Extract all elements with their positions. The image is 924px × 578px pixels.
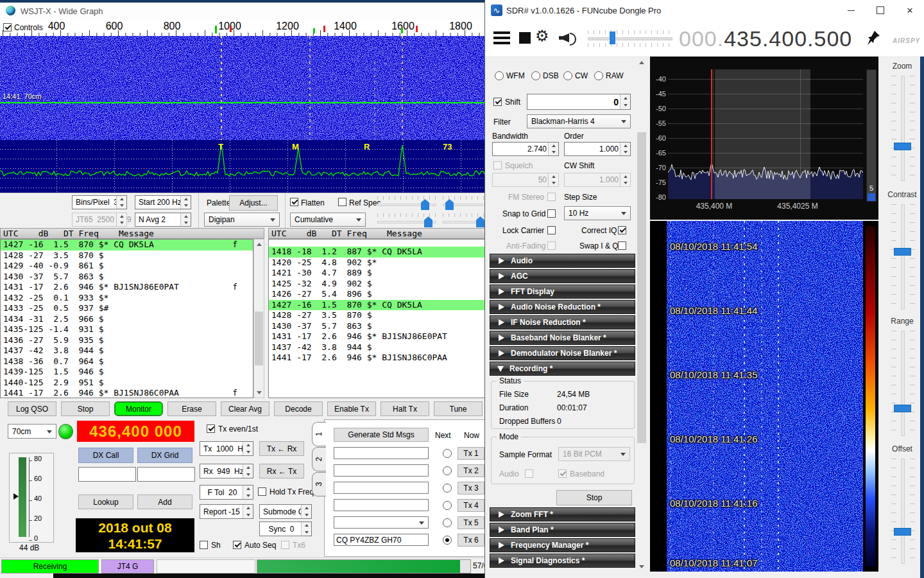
offset-slider-handle[interactable] bbox=[894, 528, 911, 536]
volume-slider[interactable] bbox=[588, 34, 671, 43]
panel-signal-diagnostics-[interactable]: Signal Diagnostics * bbox=[490, 554, 635, 568]
range-slider-track[interactable] bbox=[901, 331, 905, 436]
tx-now-button-2[interactable]: Tx 2 bbox=[458, 464, 484, 477]
decode-row[interactable]: 1430 -37 5.7 863 $ bbox=[269, 321, 484, 332]
tx-next-radio-6[interactable] bbox=[443, 536, 452, 545]
ref-spec-checkbox[interactable] bbox=[338, 198, 346, 206]
tx-next-radio-3[interactable] bbox=[443, 484, 452, 493]
zoom-slider-track[interactable] bbox=[901, 76, 905, 181]
decode-row[interactable]: 1427 -16 1.5 870 $* CQ DK5LAf bbox=[1, 240, 253, 250]
spectrum-display[interactable]: -40-45-50-55-60-65-70-75-80 435,400 M435… bbox=[650, 57, 878, 220]
tx-now-button-5[interactable]: Tx 5 bbox=[458, 516, 484, 529]
gain2-slider-handle[interactable] bbox=[424, 216, 432, 227]
decode-row[interactable]: 1437 -42 3.8 944 $ bbox=[1, 346, 253, 356]
correct-iq-checkbox[interactable] bbox=[618, 226, 626, 234]
zoom-slider-handle[interactable] bbox=[894, 143, 911, 150]
swap-iq-checkbox[interactable] bbox=[618, 241, 626, 250]
offset-slider-track[interactable] bbox=[901, 459, 905, 564]
order-spinner[interactable]: 1.000 bbox=[564, 142, 631, 156]
panel-demodulator-noise-blanker-[interactable]: Demodulator Noise Blanker * bbox=[490, 346, 635, 360]
panel-fft-display[interactable]: FFT Display bbox=[490, 285, 635, 299]
palette-select[interactable]: Digipan bbox=[204, 213, 280, 227]
decode-row[interactable]: 1428 -27 3.5 870 $ bbox=[1, 250, 253, 261]
tx-next-radio-5[interactable] bbox=[443, 518, 452, 527]
tx-message-field-2[interactable] bbox=[334, 464, 429, 477]
f-tol-spinner[interactable]: F Tol 20 bbox=[200, 485, 253, 500]
maximize-button[interactable] bbox=[866, 0, 895, 21]
decode-row[interactable]: 1420 -25 4.8 902 $* bbox=[269, 258, 484, 268]
decode-row[interactable]: 1429 -40 -0.9 861 $ bbox=[1, 261, 253, 272]
main-button-halt-tx[interactable]: Halt Tx bbox=[381, 401, 429, 416]
tx-message-field-3[interactable] bbox=[334, 482, 429, 494]
close-button[interactable]: ✕ bbox=[895, 0, 924, 21]
submode-spinner[interactable]: Submode G bbox=[259, 504, 312, 519]
raw-radio[interactable] bbox=[594, 71, 603, 80]
palette-adjust-button[interactable]: Adjust... bbox=[229, 195, 278, 211]
tx-message-field-1[interactable] bbox=[334, 447, 429, 459]
zero2-slider-handle[interactable] bbox=[476, 216, 484, 227]
frequency-readout[interactable]: 000.435.400.500 bbox=[679, 24, 862, 53]
menu-icon[interactable] bbox=[493, 31, 510, 45]
tx-next-radio-2[interactable] bbox=[443, 466, 452, 475]
dx-call-button[interactable]: DX Call bbox=[78, 448, 133, 463]
decode-row[interactable]: 1441 -17 2.6 946 $* BJ1SNJ86C0PAA bbox=[269, 353, 484, 363]
filter-band-overlay[interactable] bbox=[715, 69, 810, 199]
speaker-icon[interactable] bbox=[559, 31, 578, 45]
decode-row[interactable]: 1441 -17 2.6 946 $* BJ1SNJ86C0PAAf bbox=[1, 388, 253, 398]
main-button-enable-tx[interactable]: Enable Tx bbox=[327, 401, 376, 416]
panel-if-noise-reduction-[interactable]: IF Noise Reduction * bbox=[490, 315, 635, 329]
decode-row[interactable]: 1426 -27 5.4 896 $ bbox=[269, 289, 484, 300]
decode-row[interactable]: 1432 -25 0.1 933 $* bbox=[1, 293, 253, 304]
tx-now-button-3[interactable]: Tx 3 bbox=[458, 482, 484, 495]
decode-row[interactable]: 1437 -42 3.8 944 $ bbox=[269, 342, 484, 353]
band-select[interactable]: 70cm bbox=[8, 424, 56, 439]
widegraph-titlebar[interactable]: WSJT-X - Wide Graph bbox=[0, 3, 485, 20]
decode-table-right[interactable]: 1418 -18 1.2 887 $* CQ DK5LA1420 -25 4.8… bbox=[268, 239, 485, 398]
decode-row[interactable]: 1433 -25 0.5 937 $# bbox=[1, 303, 253, 314]
recording-stop-button[interactable]: Stop bbox=[556, 490, 632, 505]
tx-message-field-6[interactable]: CQ PY4ZBZ GH70 bbox=[334, 534, 429, 546]
spectrum-mode-select[interactable]: Cumulative bbox=[290, 213, 366, 227]
decode-row[interactable]: 1425 -32 4.9 902 $ bbox=[269, 279, 484, 290]
tx-freq-spinner[interactable]: Tx 1000 Hz bbox=[200, 441, 253, 456]
filter-select[interactable]: Blackman-Harris 4 bbox=[527, 114, 631, 128]
widegraph-spectrum[interactable]: TMR73 bbox=[0, 140, 485, 193]
panel-band-plan-[interactable]: Band Plan * bbox=[490, 523, 635, 537]
volume-slider-handle[interactable] bbox=[610, 31, 615, 44]
sdr-titlebar[interactable]: ∿ SDR# v1.0.0.1626 - FUNcube Dongle Pro … bbox=[485, 0, 924, 21]
sh-checkbox[interactable] bbox=[200, 541, 208, 549]
dsb-radio[interactable] bbox=[531, 71, 540, 80]
main-button-stop[interactable]: Stop bbox=[61, 401, 110, 416]
spectrum-zoom-bar[interactable]: 5 bbox=[866, 69, 877, 202]
minimize-button[interactable] bbox=[836, 0, 866, 21]
panel-recording[interactable]: Recording * bbox=[490, 362, 635, 376]
bins-pixel-spinner[interactable]: Bins/Pixel 3 bbox=[72, 195, 127, 209]
main-button-erase[interactable]: Erase bbox=[167, 401, 216, 416]
auto-seq-checkbox[interactable] bbox=[233, 541, 241, 549]
sdr-panel-scrollbar[interactable] bbox=[637, 58, 647, 572]
panel-audio[interactable]: Audio bbox=[490, 254, 635, 268]
tx-message-field-5[interactable] bbox=[334, 516, 429, 529]
shift-spinner[interactable]: 0 bbox=[527, 94, 631, 110]
dx-call-input[interactable] bbox=[78, 467, 136, 482]
decode-row[interactable]: 1428 -27 3.5 870 $ bbox=[269, 310, 484, 321]
wfm-radio[interactable] bbox=[495, 71, 504, 80]
rx-freq-spinner[interactable]: Rx 949 Hz bbox=[200, 464, 253, 478]
panel-agc[interactable]: AGC bbox=[490, 269, 635, 283]
report-spinner[interactable]: Report -15 bbox=[200, 504, 253, 519]
generate-std-msgs-button[interactable]: Generate Std Msgs bbox=[334, 428, 429, 442]
tx-message-field-4[interactable] bbox=[334, 499, 429, 511]
decode-row[interactable]: 1431 -17 2.6 946 $* BJ1SNJ86E0PATf bbox=[1, 282, 253, 293]
tx-now-button-4[interactable]: Tx 4 bbox=[458, 499, 484, 512]
bandwidth-spinner[interactable]: 2.740 bbox=[492, 142, 559, 156]
panel-frequency-manager-[interactable]: Frequency Manager * bbox=[490, 538, 635, 552]
decode-row[interactable]: 1430 -37 5.7 863 $ bbox=[1, 272, 253, 283]
main-button-log-qso[interactable]: Log QSO bbox=[8, 401, 56, 416]
decode-row[interactable]: 1435-125 -1.4 931 $ bbox=[1, 324, 253, 335]
tuning-line[interactable] bbox=[711, 69, 712, 199]
contrast-slider-track[interactable] bbox=[901, 204, 905, 310]
decode-row[interactable]: 1436 -27 5.9 935 $ bbox=[1, 335, 253, 346]
main-button-monitor[interactable]: Monitor bbox=[114, 401, 163, 416]
hold-tx-checkbox[interactable] bbox=[258, 487, 266, 496]
decode-row[interactable]: 1421 -30 4.7 889 $ bbox=[269, 268, 484, 279]
